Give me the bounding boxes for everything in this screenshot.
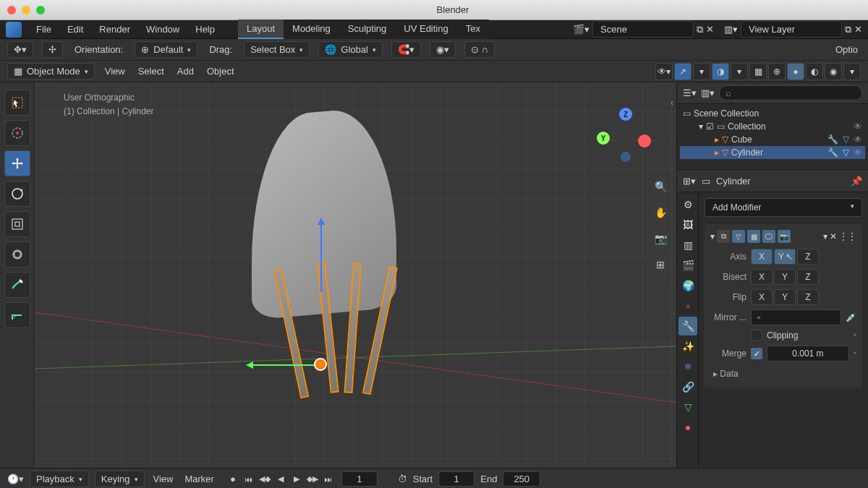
- flip-z-toggle[interactable]: Z: [797, 289, 819, 305]
- menu-render[interactable]: Render: [92, 21, 137, 38]
- tab-render[interactable]: ⚙: [678, 195, 697, 214]
- eye-icon[interactable]: 👁: [854, 134, 862, 145]
- disclosure-icon[interactable]: ▸: [715, 147, 719, 158]
- tab-scene[interactable]: 🎬: [678, 256, 697, 275]
- tab-constraints[interactable]: 🔗: [678, 377, 697, 396]
- navigation-gizmo[interactable]: Z Y: [597, 104, 655, 162]
- rotate-tool[interactable]: [4, 181, 30, 207]
- editor-type-icon[interactable]: ⊞▾: [683, 176, 696, 187]
- menu-view[interactable]: View: [102, 64, 128, 79]
- transform-orientation-dropdown[interactable]: 🌐 Global ▾: [318, 41, 383, 58]
- overlay-menu-icon[interactable]: ▾: [731, 63, 748, 80]
- close-window-button[interactable]: [7, 6, 16, 14]
- jump-start-icon[interactable]: ⏮: [242, 472, 256, 487]
- solid-shading-icon[interactable]: ●: [787, 63, 804, 80]
- gizmo-toggle-icon[interactable]: ↗: [674, 63, 692, 80]
- nav-x-axis[interactable]: [638, 134, 651, 147]
- bisect-x-toggle[interactable]: X: [751, 269, 773, 285]
- play-icon[interactable]: ▶: [289, 472, 304, 487]
- workspace-layout[interactable]: Layout: [238, 20, 284, 39]
- chevron-down-icon[interactable]: ▾: [823, 231, 827, 241]
- shading-menu-icon[interactable]: ▾: [843, 63, 861, 80]
- show-edit-icon[interactable]: ▽: [732, 230, 745, 243]
- viewport-3d[interactable]: User Orthographic (1) Collection | Cylin…: [35, 82, 676, 468]
- bisect-z-toggle[interactable]: Z: [797, 269, 819, 285]
- grip-icon[interactable]: ⋮⋮: [839, 231, 856, 241]
- end-frame-field[interactable]: 250: [503, 471, 540, 487]
- clipping-checkbox[interactable]: [751, 330, 762, 341]
- timeline-view[interactable]: View: [150, 471, 176, 487]
- blender-logo[interactable]: [6, 22, 22, 38]
- outliner[interactable]: ▭ Scene Collection ▾☑ ▭ Collection 👁 ▸ ▽…: [677, 104, 868, 169]
- menu-window[interactable]: Window: [139, 21, 187, 38]
- nav-y-axis[interactable]: Y: [597, 132, 610, 145]
- tab-modifiers[interactable]: 🔧: [678, 317, 697, 335]
- mirror-object-field[interactable]: ▫: [751, 309, 841, 325]
- tab-output[interactable]: 🖼: [678, 215, 697, 234]
- add-modifier-dropdown[interactable]: Add Modifier ▾: [705, 198, 862, 217]
- material-shading-icon[interactable]: ◐: [806, 63, 823, 80]
- menu-help[interactable]: Help: [188, 21, 222, 38]
- outliner-item-cylinder[interactable]: ▸ ▽ Cylinder 🔧▽👁: [680, 146, 865, 159]
- move-tool-icon[interactable]: ✢: [42, 41, 63, 58]
- eye-icon[interactable]: 👁: [854, 121, 862, 132]
- layer-copy-icon[interactable]: ⧉: [845, 24, 851, 35]
- nav-z-axis[interactable]: Z: [619, 108, 632, 121]
- wireframe-shading-icon[interactable]: ⊕: [768, 63, 786, 80]
- visibility-icon[interactable]: 👁▾: [655, 63, 673, 80]
- tab-viewlayer[interactable]: ▥: [678, 236, 697, 254]
- workspace-texture[interactable]: Tex: [457, 20, 489, 39]
- editor-type-icon[interactable]: 🕐▾: [7, 474, 24, 484]
- flip-x-toggle[interactable]: X: [751, 289, 773, 305]
- transform-tool[interactable]: [4, 241, 30, 267]
- show-viewport-icon[interactable]: 🖵: [762, 230, 775, 243]
- flip-y-toggle[interactable]: Y: [774, 289, 796, 305]
- timeline-marker[interactable]: Marker: [182, 471, 216, 487]
- menu-select[interactable]: Select: [135, 64, 167, 79]
- tab-world[interactable]: 🌍: [678, 276, 697, 295]
- outliner-collection[interactable]: ▾☑ ▭ Collection 👁: [680, 120, 865, 133]
- gizmo-menu-icon[interactable]: ▾: [693, 63, 710, 80]
- collapse-icon[interactable]: ‹: [671, 97, 673, 108]
- axis-x-toggle[interactable]: X: [751, 249, 773, 265]
- object-name[interactable]: Cylinder: [716, 176, 751, 187]
- snap-icon[interactable]: 🧲▾: [391, 41, 421, 58]
- perspective-icon[interactable]: ⊞: [650, 254, 671, 275]
- gizmo-y-axis[interactable]: [248, 364, 320, 366]
- disclosure-icon[interactable]: ▾: [710, 231, 715, 241]
- tab-physics[interactable]: ⚛: [678, 357, 697, 376]
- proportional-icon[interactable]: ◉▾: [430, 41, 456, 58]
- eye-icon[interactable]: 👁: [854, 147, 862, 158]
- tab-material[interactable]: ●: [678, 418, 697, 437]
- cursor-tool[interactable]: [4, 120, 30, 146]
- options-label[interactable]: Optio: [833, 42, 861, 57]
- workspace-modeling[interactable]: Modeling: [284, 20, 339, 39]
- pin-icon[interactable]: 📌: [851, 176, 862, 187]
- scale-tool[interactable]: [4, 211, 30, 237]
- axis-y-toggle[interactable]: Y↖: [774, 249, 796, 265]
- start-frame-field[interactable]: 1: [438, 471, 475, 487]
- annotate-tool[interactable]: [4, 272, 30, 298]
- gizmo-z-axis[interactable]: [320, 220, 322, 292]
- bisect-y-toggle[interactable]: Y: [774, 269, 796, 285]
- orientation-dropdown[interactable]: ⊕ Default ▾: [135, 41, 197, 58]
- pivot-icon[interactable]: ⊙ ∩: [464, 41, 495, 58]
- tab-mesh[interactable]: ▽: [678, 398, 697, 416]
- pan-icon[interactable]: ✋: [650, 202, 671, 223]
- display-mode-icon[interactable]: ▥▾: [701, 87, 715, 98]
- minimize-window-button[interactable]: [22, 6, 30, 14]
- xray-icon[interactable]: ▦: [749, 63, 767, 80]
- menu-object[interactable]: Object: [204, 64, 237, 79]
- axis-z-toggle[interactable]: Z: [797, 249, 819, 265]
- tab-object[interactable]: ▫: [678, 296, 697, 315]
- show-cage-icon[interactable]: ▦: [747, 230, 760, 243]
- outliner-scene-collection[interactable]: ▭ Scene Collection: [680, 107, 865, 120]
- merge-value-field[interactable]: 0.001 m: [767, 346, 849, 361]
- zoom-icon[interactable]: 🔍: [650, 176, 671, 197]
- autokey-icon[interactable]: ●: [230, 474, 236, 484]
- gizmo-center[interactable]: [314, 358, 327, 371]
- eyedropper-icon[interactable]: 💉: [846, 312, 856, 322]
- menu-edit[interactable]: Edit: [60, 21, 90, 38]
- outliner-item-cube[interactable]: ▸ ▽ Cube 🔧▽👁: [680, 133, 865, 146]
- layer-close-icon[interactable]: ✕: [854, 24, 862, 35]
